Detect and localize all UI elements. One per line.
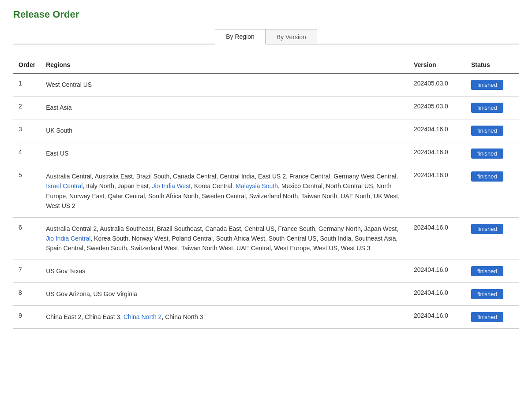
tab-by-region[interactable]: By Region xyxy=(215,29,266,45)
cell-status: finished xyxy=(466,73,519,97)
region-text: , Sweden Central xyxy=(199,193,246,200)
cell-regions: Australia Central, Australia East, Brazi… xyxy=(41,165,408,218)
col-header-regions: Regions xyxy=(41,58,408,73)
status-badge: finished xyxy=(471,103,503,113)
table-row: 3UK South202404.16.0finished xyxy=(13,119,519,142)
region-text: , Taiwan North xyxy=(298,193,337,200)
region-text: , US Gov Virginia xyxy=(90,290,137,297)
cell-order: 7 xyxy=(13,260,41,282)
region-text: , France South xyxy=(274,225,315,232)
region-text: East US xyxy=(46,150,68,157)
region-text: Australia Central 2 xyxy=(46,225,97,232)
region-text: , West Europe xyxy=(271,245,310,252)
region-text: , South Central US xyxy=(265,235,317,242)
cell-order: 9 xyxy=(13,305,41,328)
region-text: East Asia xyxy=(46,104,71,111)
cell-status: finished xyxy=(466,217,519,260)
region-text: US Gov Arizona xyxy=(46,290,90,297)
table-row: 7US Gov Texas202404.16.0finished xyxy=(13,260,519,282)
status-badge: finished xyxy=(471,171,503,182)
cell-status: finished xyxy=(466,119,519,142)
region-text: , North Central US xyxy=(322,182,373,189)
region-text: , Poland Central xyxy=(169,235,213,242)
cell-regions: China East 2, China East 3, China North … xyxy=(41,305,408,328)
status-badge: finished xyxy=(471,80,503,90)
status-badge: finished xyxy=(471,149,503,159)
region-text: , South Africa North xyxy=(145,193,198,200)
region-text: West Central US xyxy=(46,81,92,88)
cell-version: 202405.03.0 xyxy=(408,73,466,97)
region-link[interactable]: , Jio India West xyxy=(149,182,191,189)
region-text: , Japan East xyxy=(114,182,149,189)
region-text: , Qatar Central xyxy=(104,193,145,200)
region-text: , Brazil Southeast xyxy=(154,225,202,232)
col-header-status: Status xyxy=(466,58,519,73)
region-text: , Sweden South xyxy=(83,245,127,252)
main-content: Order Regions Version Status 1West Centr… xyxy=(13,45,519,329)
table-row: 9China East 2, China East 3, China North… xyxy=(13,305,519,328)
region-text: , Germany North xyxy=(315,225,360,232)
region-text: , Switzerland North xyxy=(246,193,298,200)
col-header-version: Version xyxy=(408,58,466,73)
cell-order: 4 xyxy=(13,142,41,165)
region-text: , Brazil South xyxy=(133,173,169,180)
region-text: , Korea South xyxy=(90,235,128,242)
region-text: , France Central xyxy=(286,173,330,180)
region-text: China East 2 xyxy=(46,313,81,320)
cell-version: 202404.16.0 xyxy=(408,217,466,260)
cell-order: 5 xyxy=(13,165,41,218)
region-text: , South India xyxy=(317,235,352,242)
tabs-container: By Region By Version xyxy=(13,29,519,45)
region-text: , Canada East xyxy=(202,225,241,232)
region-text: , Australia Southeast xyxy=(97,225,153,232)
region-text: UK South xyxy=(46,127,72,134)
region-text: Australia Central xyxy=(46,173,92,180)
cell-regions: UK South xyxy=(41,119,408,142)
region-text: , China East 3 xyxy=(81,313,120,320)
release-order-table: Order Regions Version Status 1West Centr… xyxy=(13,58,519,329)
region-text: , Germany West Central xyxy=(330,173,396,180)
cell-regions: Australia Central 2, Australia Southeast… xyxy=(41,217,408,260)
region-text: , UAE Central xyxy=(233,245,271,252)
region-text: , Korea Central xyxy=(191,182,232,189)
cell-regions: US Gov Texas xyxy=(41,260,408,282)
region-text: , East US 2 xyxy=(255,173,286,180)
cell-status: finished xyxy=(466,165,519,218)
region-text: , Central US xyxy=(241,225,274,232)
table-row: 8US Gov Arizona, US Gov Virginia202404.1… xyxy=(13,282,519,305)
cell-order: 8 xyxy=(13,282,41,305)
region-text: , South Africa West xyxy=(213,235,265,242)
region-text: , China North 3 xyxy=(161,313,203,320)
region-text: , Japan West xyxy=(361,225,397,232)
cell-version: 202404.16.0 xyxy=(408,165,466,218)
region-link[interactable]: , Malaysia South xyxy=(232,182,278,189)
region-text: , UK West xyxy=(370,193,398,200)
region-text: , West US 3 xyxy=(337,245,370,252)
tab-by-version[interactable]: By Version xyxy=(266,29,317,45)
cell-status: finished xyxy=(466,142,519,165)
cell-version: 202404.16.0 xyxy=(408,119,466,142)
region-text: US Gov Texas xyxy=(46,267,85,275)
region-text: , Central India xyxy=(216,173,255,180)
cell-status: finished xyxy=(466,305,519,328)
cell-version: 202405.03.0 xyxy=(408,97,466,119)
cell-status: finished xyxy=(466,260,519,282)
region-text: , Southeast Asia xyxy=(351,235,396,242)
region-text: , Taiwan North West xyxy=(178,245,233,252)
table-header-row: Order Regions Version Status xyxy=(13,58,519,73)
region-text: , Australia East xyxy=(92,173,133,180)
region-link[interactable]: , China North 2 xyxy=(120,313,161,320)
cell-order: 6 xyxy=(13,217,41,260)
page-title: Release Order xyxy=(13,9,519,20)
status-badge: finished xyxy=(471,312,503,322)
table-row: 1West Central US202405.03.0finished xyxy=(13,73,519,97)
cell-regions: East US xyxy=(41,142,408,165)
cell-status: finished xyxy=(466,282,519,305)
cell-version: 202404.16.0 xyxy=(408,305,466,328)
cell-status: finished xyxy=(466,97,519,119)
region-text: , West US xyxy=(310,245,337,252)
region-text: , UAE North xyxy=(337,193,371,200)
cell-regions: West Central US xyxy=(41,73,408,97)
cell-version: 202404.16.0 xyxy=(408,142,466,165)
table-row: 4East US202404.16.0finished xyxy=(13,142,519,165)
